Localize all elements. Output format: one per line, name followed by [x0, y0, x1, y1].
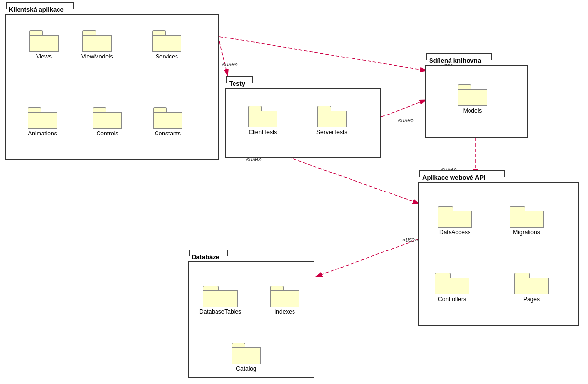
package-testy-title: Testy	[228, 80, 246, 87]
folder-clienttests: ClientTests	[248, 106, 277, 135]
folder-services: Services	[152, 30, 181, 60]
package-databaze-title: Databáze	[191, 253, 220, 261]
folder-dbtables: DatabaseTables	[199, 286, 241, 315]
package-sdilena-title: Sdílená knihovna	[428, 57, 482, 64]
folder-models: Models	[458, 84, 487, 114]
folder-viewmodels: ViewModels	[81, 30, 113, 60]
svg-line-4	[278, 154, 419, 204]
folder-indexes: Indexes	[270, 286, 299, 315]
folder-servertests: ServerTests	[316, 106, 347, 135]
folder-pages: Pages	[514, 273, 549, 303]
folder-controllers: Controllers	[435, 273, 469, 303]
diagram-container: «use» «use» «use» «use» «use» «use» Klie…	[0, 0, 588, 384]
use-label-webapi-databaze: «use»	[402, 236, 418, 243]
folder-animations: Animations	[28, 107, 57, 137]
folder-controls: Controls	[93, 107, 122, 137]
package-testy: Testy ClientTests ServerTests	[225, 88, 381, 158]
package-webapi-title: Aplikace webové API	[421, 174, 487, 181]
svg-line-1	[219, 41, 228, 76]
package-databaze: Databáze DatabaseTables Indexes Catalog	[188, 261, 314, 378]
folder-catalog: Catalog	[232, 343, 261, 372]
folder-constants: Constants	[153, 107, 182, 137]
use-label-testy-sdilena: «use»	[398, 117, 414, 124]
package-klientska: Klientská aplikace Views ViewModels Serv…	[5, 14, 219, 160]
svg-line-2	[219, 37, 427, 71]
folder-views: Views	[29, 30, 59, 60]
svg-line-3	[381, 100, 426, 117]
folder-dataaccess: DataAccess	[438, 206, 472, 236]
use-label-klientska-testy: «use»	[222, 61, 238, 68]
folder-migrations: Migrations	[510, 206, 544, 236]
package-klientska-title: Klientská aplikace	[8, 6, 65, 13]
package-sdilena: Sdílená knihovna Models	[425, 65, 528, 138]
svg-line-6	[316, 239, 419, 277]
package-webapi: Aplikace webové API DataAccess Migration…	[418, 182, 579, 326]
